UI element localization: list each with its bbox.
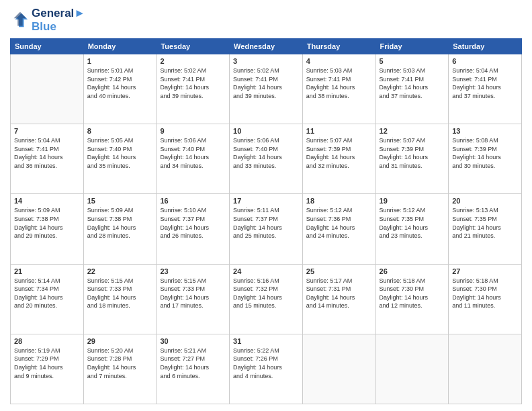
sunset-text: Sunset: 7:30 PM [380, 285, 425, 292]
daylight-hours: Daylight: 14 hours [87, 224, 136, 231]
logo-text: General► Blue [32, 7, 85, 33]
daylight-minutes: and 31 minutes. [380, 163, 423, 169]
sunrise-text: Sunrise: 5:21 AM [160, 347, 206, 354]
calendar-cell: 5Sunrise: 5:03 AMSunset: 7:41 PMDaylight… [375, 54, 449, 124]
daylight-hours: Daylight: 14 hours [87, 294, 136, 301]
weekday-header-monday: Monday [83, 39, 157, 54]
day-number: 31 [233, 337, 299, 345]
day-info: Sunrise: 5:19 AMSunset: 7:29 PMDaylight:… [14, 347, 80, 380]
day-info: Sunrise: 5:02 AMSunset: 7:41 PMDaylight:… [233, 66, 299, 100]
sunset-text: Sunset: 7:39 PM [306, 146, 351, 152]
day-number: 20 [452, 197, 518, 205]
daylight-minutes: and 14 minutes. [306, 302, 349, 309]
day-info: Sunrise: 5:03 AMSunset: 7:41 PMDaylight:… [380, 66, 445, 100]
sunrise-text: Sunrise: 5:08 AM [452, 137, 498, 144]
day-info: Sunrise: 5:14 AMSunset: 7:34 PMDaylight:… [14, 277, 80, 310]
calendar-cell: 7Sunrise: 5:04 AMSunset: 7:41 PMDaylight… [11, 124, 84, 194]
calendar-cell [449, 334, 522, 404]
daylight-hours: Daylight: 14 hours [233, 154, 282, 161]
day-info: Sunrise: 5:20 AMSunset: 7:28 PMDaylight:… [87, 347, 153, 380]
sunset-text: Sunset: 7:39 PM [380, 146, 425, 152]
calendar-week-row: 1Sunrise: 5:01 AMSunset: 7:42 PMDaylight… [11, 54, 522, 124]
day-info: Sunrise: 5:05 AMSunset: 7:40 PMDaylight:… [87, 136, 153, 170]
daylight-hours: Daylight: 14 hours [452, 84, 501, 91]
day-number: 19 [380, 197, 445, 205]
day-number: 7 [14, 127, 80, 135]
sunrise-text: Sunrise: 5:22 AM [233, 347, 279, 354]
sunset-text: Sunset: 7:37 PM [233, 216, 278, 222]
day-number: 8 [87, 127, 153, 135]
sunset-text: Sunset: 7:41 PM [452, 76, 497, 83]
calendar-cell: 9Sunrise: 5:06 AMSunset: 7:40 PMDaylight… [157, 124, 230, 194]
daylight-minutes: and 39 minutes. [233, 93, 276, 99]
sunset-text: Sunset: 7:38 PM [87, 216, 132, 222]
day-info: Sunrise: 5:12 AMSunset: 7:35 PMDaylight:… [380, 206, 445, 240]
page: General► Blue SundayMondayTuesdayWednesd… [0, 0, 532, 411]
day-info: Sunrise: 5:01 AMSunset: 7:42 PMDaylight:… [87, 66, 153, 100]
daylight-minutes: and 4 minutes. [233, 373, 273, 379]
day-info: Sunrise: 5:04 AMSunset: 7:41 PMDaylight:… [452, 66, 518, 100]
day-number: 13 [452, 127, 518, 135]
weekday-header-saturday: Saturday [449, 39, 522, 54]
daylight-minutes: and 32 minutes. [306, 163, 349, 169]
sunset-text: Sunset: 7:34 PM [14, 285, 59, 292]
daylight-hours: Daylight: 14 hours [233, 224, 282, 231]
sunrise-text: Sunrise: 5:15 AM [160, 277, 206, 284]
sunset-text: Sunset: 7:35 PM [380, 216, 425, 222]
calendar-cell: 16Sunrise: 5:10 AMSunset: 7:37 PMDayligh… [157, 194, 230, 264]
weekday-header-sunday: Sunday [11, 39, 84, 54]
daylight-minutes: and 38 minutes. [306, 93, 349, 99]
sunrise-text: Sunrise: 5:20 AM [87, 347, 134, 354]
daylight-hours: Daylight: 14 hours [306, 84, 355, 91]
day-info: Sunrise: 5:09 AMSunset: 7:38 PMDaylight:… [14, 206, 80, 240]
daylight-minutes: and 40 minutes. [87, 93, 130, 99]
daylight-minutes: and 34 minutes. [160, 163, 203, 169]
sunset-text: Sunset: 7:41 PM [306, 76, 351, 83]
daylight-hours: Daylight: 14 hours [14, 224, 63, 231]
weekday-header-tuesday: Tuesday [157, 39, 230, 54]
daylight-hours: Daylight: 14 hours [233, 84, 282, 91]
day-number: 22 [87, 267, 153, 275]
daylight-hours: Daylight: 14 hours [452, 224, 501, 231]
daylight-minutes: and 21 minutes. [452, 232, 495, 239]
calendar-header-row: SundayMondayTuesdayWednesdayThursdayFrid… [11, 39, 522, 54]
calendar-cell: 11Sunrise: 5:07 AMSunset: 7:39 PMDayligh… [302, 124, 375, 194]
daylight-hours: Daylight: 14 hours [380, 154, 429, 161]
sunset-text: Sunset: 7:27 PM [160, 355, 205, 362]
sunset-text: Sunset: 7:29 PM [14, 355, 59, 362]
day-number: 6 [452, 57, 518, 65]
daylight-minutes: and 30 minutes. [452, 163, 495, 169]
calendar-cell: 3Sunrise: 5:02 AMSunset: 7:41 PMDaylight… [230, 54, 303, 124]
calendar-cell: 12Sunrise: 5:07 AMSunset: 7:39 PMDayligh… [375, 124, 449, 194]
sunrise-text: Sunrise: 5:14 AM [14, 277, 60, 284]
sunset-text: Sunset: 7:32 PM [233, 285, 278, 292]
calendar-cell: 29Sunrise: 5:20 AMSunset: 7:28 PMDayligh… [83, 334, 157, 404]
sunset-text: Sunset: 7:40 PM [160, 146, 205, 152]
sunrise-text: Sunrise: 5:16 AM [233, 277, 279, 284]
daylight-minutes: and 18 minutes. [87, 302, 130, 309]
day-info: Sunrise: 5:09 AMSunset: 7:38 PMDaylight:… [87, 206, 153, 240]
daylight-hours: Daylight: 14 hours [160, 84, 209, 91]
daylight-minutes: and 37 minutes. [452, 93, 495, 99]
sunrise-text: Sunrise: 5:01 AM [87, 67, 134, 74]
calendar-cell: 30Sunrise: 5:21 AMSunset: 7:27 PMDayligh… [157, 334, 230, 404]
sunrise-text: Sunrise: 5:18 AM [380, 277, 426, 284]
calendar-cell [375, 334, 449, 404]
calendar-cell: 15Sunrise: 5:09 AMSunset: 7:38 PMDayligh… [83, 194, 157, 264]
sunrise-text: Sunrise: 5:05 AM [87, 137, 134, 144]
sunrise-text: Sunrise: 5:12 AM [380, 207, 426, 214]
calendar-week-row: 14Sunrise: 5:09 AMSunset: 7:38 PMDayligh… [11, 194, 522, 264]
calendar-week-row: 21Sunrise: 5:14 AMSunset: 7:34 PMDayligh… [11, 264, 522, 334]
daylight-hours: Daylight: 14 hours [233, 364, 282, 371]
logo: General► Blue [10, 7, 85, 33]
calendar-cell: 18Sunrise: 5:12 AMSunset: 7:36 PMDayligh… [302, 194, 375, 264]
sunset-text: Sunset: 7:33 PM [160, 285, 205, 292]
daylight-minutes: and 25 minutes. [233, 232, 276, 239]
calendar-cell: 28Sunrise: 5:19 AMSunset: 7:29 PMDayligh… [11, 334, 84, 404]
sunrise-text: Sunrise: 5:18 AM [452, 277, 498, 284]
day-info: Sunrise: 5:11 AMSunset: 7:37 PMDaylight:… [233, 206, 299, 240]
day-info: Sunrise: 5:03 AMSunset: 7:41 PMDaylight:… [306, 66, 372, 100]
sunrise-text: Sunrise: 5:09 AM [14, 207, 60, 214]
day-number: 10 [233, 127, 299, 135]
sunrise-text: Sunrise: 5:06 AM [233, 137, 279, 144]
